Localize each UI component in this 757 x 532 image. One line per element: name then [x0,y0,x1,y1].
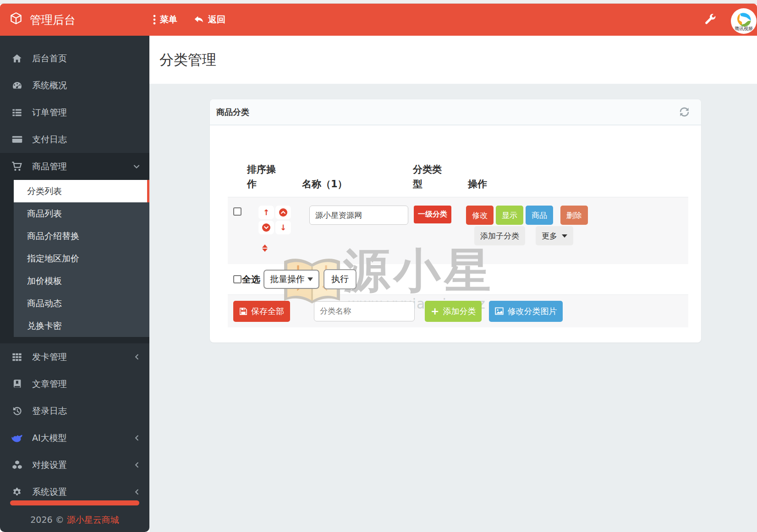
ellipsis-v-icon [153,15,156,25]
sidebar-item-ai-models[interactable]: AI大模型 [0,424,149,451]
bulk-action-select[interactable]: 批量操作 [263,270,319,289]
submenu-label: 商品介绍替换 [27,230,79,242]
save-all-button[interactable]: 保存全部 [233,301,290,322]
submenu-item-category-list[interactable]: 分类列表 [14,180,149,202]
brand[interactable]: 管理后台 [0,11,149,28]
menu-label: 菜单 [160,14,177,26]
save-all-label: 保存全部 [251,306,284,317]
plus-icon: + [431,306,439,316]
chevron-left-icon [133,353,140,360]
category-form-row: 保存全部 + 添加分类 修改分类图片 [228,294,688,327]
row-type-cell: 一级分类 [411,206,466,264]
avatar-caption: 腾讯视频 [732,26,756,32]
image-icon [495,307,504,315]
row-actions-cell: 修改 显示 商品 删除 添加子分类 更多 [466,206,688,264]
submenu-item-goods-dynamic[interactable]: 商品动态 [14,292,149,315]
sidebar-item-label: 登录日志 [32,405,67,417]
back-label: 返回 [208,14,225,26]
credit-card-icon [11,134,23,145]
sidebar-item-label: 系统设置 [32,486,67,498]
caret-down-icon [562,234,567,238]
goods-button[interactable]: 商品 [526,206,553,225]
move-bottom-button[interactable] [258,221,274,234]
header-name: 名称（1） [300,177,411,192]
circle-down-icon [262,223,270,232]
sidebar-item-payments[interactable]: 支付日志 [0,126,149,153]
row-sort-cell: ↑ ↓ [246,206,300,264]
app-title: 管理后台 [30,12,76,27]
add-category-button[interactable]: + 添加分类 [425,301,482,322]
history-icon [11,406,23,416]
app-nav: 菜单 返回 [153,14,225,26]
sidebar-footer: 2026 © 源小星云商城 [0,514,149,526]
submenu-item-region-markup[interactable]: 指定地区加价 [14,247,149,270]
category-name-input[interactable] [309,206,408,225]
more-button[interactable]: 更多 [536,226,573,245]
user-avatar[interactable]: 腾讯视频 [731,8,757,34]
submenu-item-goods-list[interactable]: 商品列表 [14,202,149,225]
cart-icon [11,161,23,172]
sidebar-item-label: 文章管理 [32,378,67,390]
submenu-label: 加价模板 [27,275,62,287]
submenu-item-redeem-card[interactable]: 兑换卡密 [14,315,149,337]
sidebar-item-orders[interactable]: 订单管理 [0,99,149,126]
admin-page: 管理后台 菜单 返回 [0,0,757,532]
cube-logo-icon [9,11,23,28]
drag-sort-handle[interactable] [262,244,268,252]
row-name-cell [300,206,411,264]
whale-icon [11,434,23,443]
header-actions: 操作 [466,177,688,192]
submenu-item-desc-replace[interactable]: 商品介绍替换 [14,225,149,247]
browser-top-strip [0,0,757,4]
table-header-row: 排序操作 名称（1） 分类类型 操作 [228,130,688,197]
wrench-icon [704,14,716,26]
submenu-label: 兑换卡密 [27,320,62,332]
row-checkbox[interactable] [233,207,241,216]
move-top-button[interactable] [275,206,291,219]
sidebar-item-label: 订单管理 [32,107,67,119]
card-title: 商品分类 [216,107,249,118]
tools-button[interactable] [704,14,716,26]
sidebar-item-label: 对接设置 [32,459,67,471]
edit-button[interactable]: 修改 [466,206,494,225]
copyright-year: 2026 © [30,515,64,525]
grid-icon [11,352,23,362]
sidebar-item-goods[interactable]: 商品管理 [0,153,149,180]
sidebar-section-goods: 商品管理 分类列表 商品列表 商品介绍替换 指定地区加价 加价模板 商品动态 兑… [0,153,149,343]
refresh-icon [680,107,689,117]
refresh-button[interactable] [680,107,689,117]
submenu-item-markup-template[interactable]: 加价模板 [14,270,149,292]
category-table: 排序操作 名称（1） 分类类型 操作 ↑ [228,125,688,342]
menu-toggle[interactable]: 菜单 [153,14,177,26]
select-all-checkbox[interactable] [233,275,241,283]
add-category-label: 添加分类 [443,306,476,317]
sidebar-item-integration[interactable]: 对接设置 [0,451,149,478]
sidebar-item-home[interactable]: 后台首页 [0,45,149,72]
add-child-category-button[interactable]: 添加子分类 [474,226,525,245]
execute-button[interactable]: 执行 [324,269,357,289]
edit-category-image-button[interactable]: 修改分类图片 [489,301,563,322]
submenu-label: 指定地区加价 [27,253,79,265]
cubes-icon [11,460,23,470]
reply-arrow-icon [194,16,204,24]
footer-brand-link[interactable]: 源小星云商城 [67,515,119,525]
back-link[interactable]: 返回 [194,14,225,26]
sidebar-item-card-mgmt[interactable]: 发卡管理 [0,343,149,370]
sidebar: 后台首页 系统概况 订单管理 支付日志 商品管理 [0,36,149,532]
move-down-button[interactable]: ↓ [275,221,291,234]
new-category-name-input[interactable] [314,301,415,321]
delete-button[interactable]: 删除 [560,206,588,225]
app-bar: 管理后台 菜单 返回 [0,4,757,36]
list-icon [11,108,23,118]
move-up-button[interactable]: ↑ [258,206,274,219]
save-icon [239,307,247,315]
show-button[interactable]: 显示 [496,206,523,225]
sidebar-item-articles[interactable]: 文章管理 [0,370,149,397]
sort-controls: ↑ ↓ [258,206,300,234]
select-caret-icon [307,277,313,281]
edit-image-label: 修改分类图片 [507,306,557,317]
sidebar-item-overview[interactable]: 系统概况 [0,72,149,99]
action-buttons-row1: 修改 显示 商品 删除 [466,206,688,225]
sidebar-item-label: 商品管理 [32,161,67,173]
sidebar-item-login-log[interactable]: 登录日志 [0,397,149,424]
